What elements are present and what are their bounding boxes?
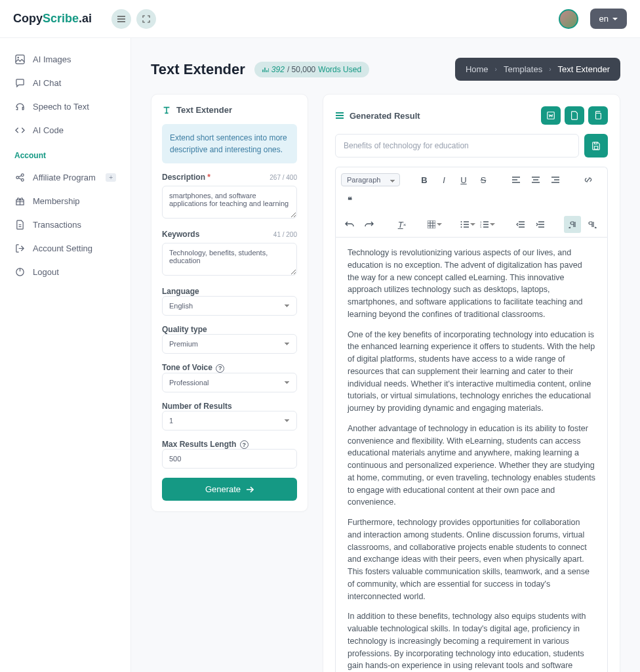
sidebar-item-speech-to-text[interactable]: Speech to Text <box>0 94 130 118</box>
unordered-list-button[interactable] <box>459 216 476 233</box>
panel-title: Generated Result <box>350 111 420 121</box>
sidebar-item-label: Logout <box>33 267 59 277</box>
page-title: Text Extender <box>151 61 245 78</box>
code-icon <box>14 125 25 135</box>
headphones-icon <box>14 101 25 112</box>
align-center-button[interactable] <box>527 171 544 188</box>
logout-icon <box>14 243 25 253</box>
results-select[interactable]: 1 <box>162 411 297 430</box>
result-title-input[interactable] <box>335 134 579 158</box>
ordered-list-button[interactable]: 123 <box>479 216 496 233</box>
generate-button[interactable]: Generate <box>162 478 297 501</box>
strike-button[interactable]: S <box>475 171 492 188</box>
quality-label: Quality type <box>162 325 297 334</box>
undo-button[interactable] <box>341 216 358 233</box>
export-word-button[interactable] <box>541 106 561 125</box>
svg-point-3 <box>21 173 24 176</box>
result-panel: Generated Result Paragraph B <box>323 94 620 672</box>
copy-button[interactable] <box>588 106 608 125</box>
underline-button[interactable]: U <box>455 171 472 188</box>
paragraph-select[interactable]: Paragraph <box>341 173 400 186</box>
sidebar-item-ai-images[interactable]: AI Images <box>0 47 130 71</box>
sidebar-item-account-setting[interactable]: Account Setting <box>0 236 130 260</box>
arrow-right-icon <box>246 486 254 493</box>
image-icon <box>14 54 25 64</box>
description-counter: 267 / 400 <box>270 174 297 181</box>
sidebar-item-label: Affiliate Program <box>33 173 96 182</box>
svg-rect-8 <box>596 114 601 119</box>
power-icon <box>14 266 25 277</box>
expand-badge[interactable]: + <box>106 173 116 182</box>
help-icon[interactable]: ? <box>240 440 249 449</box>
sidebar-item-ai-chat[interactable]: AI Chat <box>0 71 130 94</box>
topbar: CopyScribe.ai en <box>0 0 640 38</box>
share-icon <box>14 172 25 182</box>
align-left-button[interactable] <box>508 171 525 188</box>
svg-point-13 <box>460 224 462 225</box>
fullscreen-button[interactable] <box>136 9 156 29</box>
description-label: Description * <box>162 173 210 182</box>
sidebar-item-logout[interactable]: Logout <box>0 260 130 284</box>
hamburger-icon <box>117 16 125 22</box>
redo-button[interactable] <box>361 216 378 233</box>
language-select[interactable]: English <box>162 296 297 316</box>
quality-select[interactable]: Premium <box>162 334 297 354</box>
breadcrumb-templates[interactable]: Templates <box>504 64 542 74</box>
bold-button[interactable]: B <box>416 171 433 188</box>
export-doc-button[interactable] <box>565 106 584 125</box>
maxlen-input[interactable] <box>162 449 297 469</box>
list-icon <box>335 112 344 119</box>
outdent-button[interactable] <box>511 216 529 233</box>
keywords-input[interactable]: Technology, benefits, students, educatio… <box>162 243 297 276</box>
breadcrumb-home[interactable]: Home <box>466 64 489 74</box>
expand-icon <box>142 15 150 23</box>
tone-label: Tone of Voice ? <box>162 363 297 373</box>
avatar[interactable] <box>559 9 578 29</box>
svg-rect-10 <box>594 142 597 144</box>
help-icon[interactable]: ? <box>216 364 224 373</box>
save-button[interactable] <box>584 134 608 158</box>
result-paragraph: In addition to these benefits, technolog… <box>348 610 595 672</box>
menu-toggle-button[interactable] <box>111 9 131 29</box>
sidebar-item-label: Speech to Text <box>33 102 89 112</box>
sidebar-item-ai-code[interactable]: AI Code <box>0 118 130 142</box>
indent-button[interactable] <box>531 216 548 233</box>
editor-toolbar: Paragraph B I U S ❝ <box>335 167 608 237</box>
language-label: Language <box>162 287 297 296</box>
link-button[interactable] <box>580 171 597 188</box>
chevron-down-icon <box>612 18 618 20</box>
clear-format-button[interactable]: T× <box>393 216 410 233</box>
ltr-button[interactable] <box>564 216 581 233</box>
description-input[interactable]: smartphones, and software applications f… <box>162 186 297 219</box>
info-box: Extend short sentences into more descrip… <box>162 124 297 163</box>
tone-select[interactable]: Professional <box>162 373 297 392</box>
chart-icon <box>262 66 269 73</box>
input-panel: Text Extender Extend short sentences int… <box>151 94 308 512</box>
table-button[interactable] <box>426 216 443 233</box>
svg-point-1 <box>17 56 18 58</box>
language-select[interactable]: en <box>590 9 627 29</box>
rtl-button[interactable] <box>584 216 601 233</box>
keywords-counter: 41 / 200 <box>273 231 297 238</box>
svg-rect-0 <box>15 54 24 63</box>
align-right-button[interactable] <box>547 171 564 188</box>
word-count-badge: 392 / 50,000 Words Used <box>254 62 369 77</box>
panel-title: Text Extender <box>176 105 232 115</box>
svg-text:3: 3 <box>480 226 482 228</box>
svg-rect-11 <box>428 220 435 228</box>
sidebar-item-affiliate[interactable]: Affiliate Program + <box>0 165 130 189</box>
sidebar-item-label: AI Chat <box>33 78 61 88</box>
logo[interactable]: CopyScribe.ai <box>13 12 92 26</box>
svg-point-2 <box>16 176 18 178</box>
sidebar-item-label: Membership <box>33 196 80 206</box>
editor-body[interactable]: Technology is revolutionizing various as… <box>335 237 608 672</box>
sidebar-item-transactions[interactable]: Transactions <box>0 213 130 236</box>
result-paragraph: One of the key benefits of incorporating… <box>348 329 595 415</box>
svg-rect-9 <box>594 146 597 149</box>
italic-button[interactable]: I <box>435 171 452 188</box>
breadcrumb: Home › Templates › Text Extender <box>455 58 620 81</box>
svg-point-14 <box>460 226 462 228</box>
quote-button[interactable]: ❝ <box>341 191 358 208</box>
sidebar-section-account: Account <box>0 142 130 165</box>
sidebar-item-membership[interactable]: Membership <box>0 189 130 213</box>
